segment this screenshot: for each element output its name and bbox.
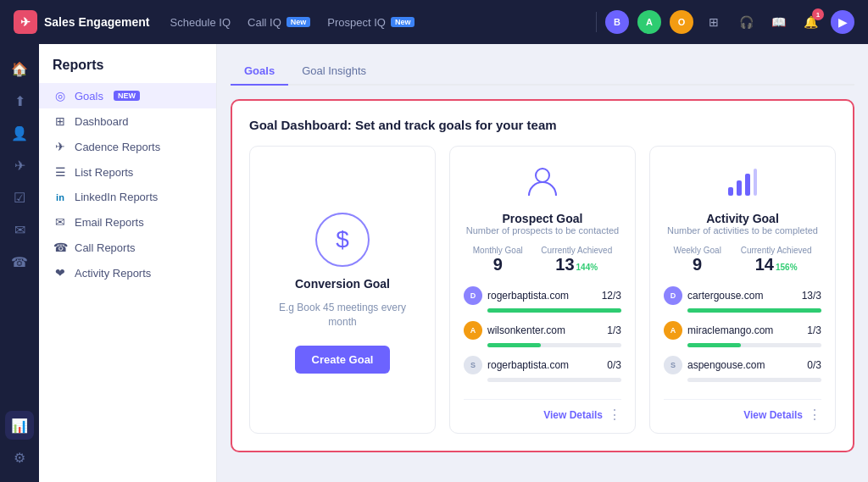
list-item: D cartergouse.com 13/3 bbox=[664, 286, 821, 313]
notification-badge: 1 bbox=[812, 8, 824, 20]
prospect-achieved-stat: Currently Achieved 13144% bbox=[541, 246, 612, 274]
activity-weekly-val: 9 bbox=[673, 255, 721, 274]
sidebar-item-list[interactable]: ☰ List Reports bbox=[39, 159, 216, 185]
svg-rect-4 bbox=[754, 169, 757, 196]
person-name: cartergouse.com bbox=[687, 290, 797, 302]
goals-icon: ◎ bbox=[53, 89, 68, 102]
list-row: D cartergouse.com 13/3 bbox=[664, 286, 821, 305]
prospect-achieved-val: 13144% bbox=[541, 255, 612, 274]
prospect-goal-card: Prospect Goal Number of prospects to be … bbox=[449, 146, 636, 434]
progress-num: 0/3 bbox=[807, 359, 821, 371]
tab-goal-insights[interactable]: Goal Insights bbox=[288, 58, 380, 86]
sidebar-linkedin-label: LinkedIn Reports bbox=[75, 191, 158, 203]
progress-bar-fill bbox=[687, 308, 821, 313]
list-row: S aspengouse.com 0/3 bbox=[664, 356, 821, 374]
call-iq-link[interactable]: Call IQ New bbox=[248, 16, 310, 29]
activity-achieved-val: 14156% bbox=[741, 255, 812, 274]
icon-bar: 🏠 ⬆ 👤 ✈ ☑ ✉ ☎ 📊 ⚙ bbox=[0, 44, 39, 482]
progress-num: 13/3 bbox=[802, 290, 821, 302]
activity-card-footer: View Details ⋮ bbox=[664, 399, 821, 423]
sidebar-item-linkedin[interactable]: in LinkedIn Reports bbox=[39, 185, 216, 209]
activity-icon: ❤ bbox=[53, 266, 68, 280]
sidebar-cadence-label: Cadence Reports bbox=[75, 141, 160, 153]
activity-goal-icon bbox=[664, 163, 821, 207]
sidebar-email-label: Email Reports bbox=[75, 216, 144, 229]
activity-achieved-stat: Currently Achieved 14156% bbox=[741, 246, 812, 274]
avatar-a[interactable]: A bbox=[637, 10, 661, 34]
send-icon[interactable]: ✈ bbox=[5, 151, 34, 180]
call-iq-badge: New bbox=[287, 17, 311, 27]
progress-num: 1/3 bbox=[607, 324, 621, 336]
sidebar-item-cadence[interactable]: ✈ Cadence Reports bbox=[39, 134, 216, 159]
list-item: A wilsonkenter.com 1/3 bbox=[464, 321, 621, 347]
avatar-a: A bbox=[464, 321, 482, 340]
list-item: A miraclemango.com 1/3 bbox=[664, 321, 821, 347]
conversion-goal-card: $ Conversion Goal E.g Book 45 meetings e… bbox=[249, 146, 436, 434]
progress-bar-bg bbox=[487, 378, 621, 382]
create-goal-button[interactable]: Create Goal bbox=[295, 346, 391, 374]
person-name: miraclemango.com bbox=[687, 324, 802, 336]
avatar-o[interactable]: O bbox=[670, 10, 693, 34]
activity-goal-stats: Weekly Goal 9 Currently Achieved 14156% bbox=[664, 246, 821, 274]
arrow-icon[interactable]: ▶ bbox=[831, 10, 854, 34]
brand-icon: ✈ bbox=[14, 10, 37, 34]
activity-more-icon[interactable]: ⋮ bbox=[808, 407, 821, 423]
sidebar-item-goals[interactable]: ◎ Goals NEW bbox=[39, 83, 216, 108]
upload-icon[interactable]: ⬆ bbox=[5, 86, 34, 115]
person-name: rogerbaptista.com bbox=[487, 290, 597, 302]
activity-achieved-pct: 156% bbox=[776, 263, 798, 272]
activity-goal-list: D cartergouse.com 13/3 A miraclemango.co… bbox=[664, 286, 821, 389]
prospect-goal-list: D rogerbaptista.com 12/3 A wilsonkenter.… bbox=[464, 286, 621, 389]
home-icon[interactable]: 🏠 bbox=[5, 54, 34, 83]
settings-icon[interactable]: ⚙ bbox=[5, 443, 34, 472]
book-icon[interactable]: 📖 bbox=[766, 10, 790, 34]
activity-goal-card: Activity Goal Number of activities to be… bbox=[649, 146, 836, 434]
phone-icon[interactable]: ☎ bbox=[5, 247, 34, 276]
avatar-d: D bbox=[664, 286, 682, 305]
topnav-links: Schedule IQ Call IQ New Prospect IQ New bbox=[170, 16, 576, 29]
prospect-more-icon[interactable]: ⋮ bbox=[608, 407, 621, 423]
bell-icon[interactable]: 🔔 1 bbox=[798, 10, 822, 34]
check-icon[interactable]: ☑ bbox=[5, 183, 34, 212]
avatar-s: S bbox=[664, 356, 682, 374]
headset-icon[interactable]: 🎧 bbox=[734, 10, 758, 34]
activity-goal-subtitle: Number of activities to be completed bbox=[664, 225, 821, 235]
person-name: rogerbaptista.com bbox=[487, 359, 602, 371]
prospect-iq-link[interactable]: Prospect IQ New bbox=[327, 16, 415, 29]
prospect-card-footer: View Details ⋮ bbox=[464, 399, 621, 423]
email-icon[interactable]: ✉ bbox=[5, 215, 34, 244]
person-name: wilsonkenter.com bbox=[487, 324, 602, 336]
progress-bar-bg bbox=[487, 308, 621, 313]
progress-bar-fill bbox=[487, 308, 621, 313]
tab-goals[interactable]: Goals bbox=[231, 58, 288, 86]
chart-icon[interactable]: 📊 bbox=[5, 411, 34, 440]
sidebar-title: Reports bbox=[39, 58, 216, 83]
activity-goal-title: Activity Goal bbox=[664, 212, 821, 225]
user-icon[interactable]: 👤 bbox=[5, 119, 34, 147]
progress-bar-bg bbox=[687, 378, 821, 382]
list-row: A miraclemango.com 1/3 bbox=[664, 321, 821, 340]
sidebar-item-activity[interactable]: ❤ Activity Reports bbox=[39, 260, 216, 285]
prospect-achieved-pct: 144% bbox=[576, 263, 598, 272]
prospect-goal-title: Prospect Goal bbox=[464, 212, 621, 225]
prospect-goal-subtitle: Number of prospects to be contacted bbox=[464, 225, 621, 235]
sidebar-activity-label: Activity Reports bbox=[75, 267, 151, 280]
grid-icon[interactable]: ⊞ bbox=[702, 10, 726, 34]
prospect-view-details[interactable]: View Details bbox=[543, 409, 603, 421]
prospect-monthly-label: Monthly Goal bbox=[473, 246, 523, 255]
sidebar-item-call[interactable]: ☎ Call Reports bbox=[39, 235, 216, 260]
progress-bar-fill bbox=[687, 343, 741, 347]
activity-view-details[interactable]: View Details bbox=[743, 409, 803, 421]
sidebar-goals-label: Goals bbox=[75, 90, 103, 102]
sidebar: Reports ◎ Goals NEW ⊞ Dashboard ✈ Cadenc… bbox=[39, 44, 217, 482]
sidebar-item-dashboard[interactable]: ⊞ Dashboard bbox=[39, 108, 216, 134]
avatar-b[interactable]: B bbox=[605, 10, 629, 34]
schedule-iq-link[interactable]: Schedule IQ bbox=[170, 16, 231, 29]
prospect-iq-badge: New bbox=[391, 17, 415, 27]
activity-weekly-stat: Weekly Goal 9 bbox=[673, 246, 721, 274]
svg-point-0 bbox=[536, 169, 549, 182]
call-icon: ☎ bbox=[53, 241, 68, 254]
conversion-goal-name: Conversion Goal bbox=[295, 277, 390, 291]
activity-goal-header: Activity Goal Number of activities to be… bbox=[664, 163, 821, 235]
sidebar-item-email[interactable]: ✉ Email Reports bbox=[39, 209, 216, 235]
